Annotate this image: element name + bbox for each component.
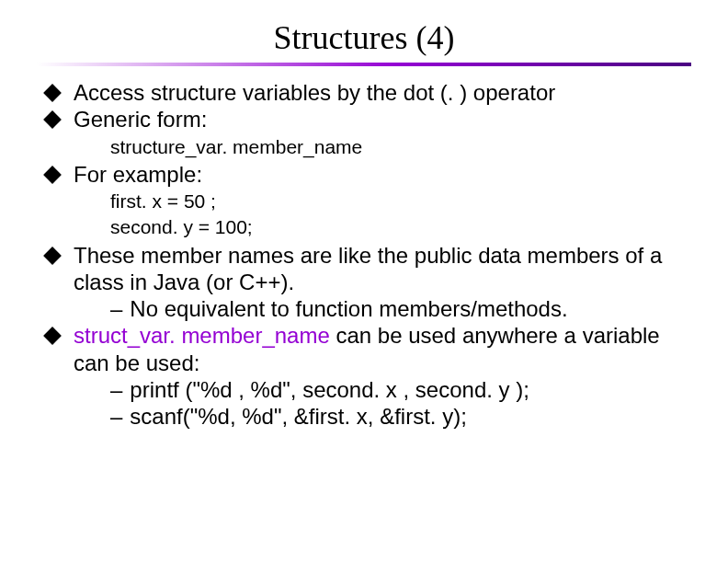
- diamond-bullet-icon: [43, 110, 62, 129]
- bullet-item: For example:: [46, 161, 691, 188]
- diamond-bullet-icon: [43, 84, 62, 102]
- title-underline: [37, 63, 691, 66]
- dash-item: – No equivalent to function members/meth…: [110, 295, 691, 322]
- bullet-item: Access structure variables by the dot (.…: [46, 79, 691, 106]
- dash-bullet-icon: –: [110, 376, 122, 403]
- sub-text: first. x = 50 ;: [110, 190, 691, 213]
- bullet-main-text: These member names are like the public d…: [74, 243, 662, 294]
- dash-text: No equivalent to function members/method…: [130, 295, 567, 322]
- code-text: struct_var. member_name: [74, 323, 330, 348]
- bullet-text: These member names are like the public d…: [74, 242, 691, 323]
- diamond-bullet-icon: [43, 166, 62, 184]
- dash-item: – printf ("%d , %d", second. x , second.…: [110, 376, 691, 403]
- sub-text: structure_var. member_name: [110, 135, 691, 159]
- dash-text: scanf("%d, %d", &first. x, &first. y);: [130, 403, 466, 430]
- content-area: Access structure variables by the dot (.…: [37, 79, 691, 430]
- dash-text: printf ("%d , %d", second. x , second. y…: [130, 376, 529, 403]
- bullet-item: Generic form:: [46, 106, 691, 132]
- slide: { "title": "Structures (4)", "bullets": …: [0, 0, 728, 563]
- bullet-item: struct_var. member_name can be used anyw…: [46, 322, 691, 430]
- sub-text: second. y = 100;: [110, 215, 691, 239]
- dash-item: – scanf("%d, %d", &first. x, &first. y);: [110, 403, 691, 430]
- bullet-text: For example:: [74, 161, 691, 188]
- dash-bullet-icon: –: [110, 403, 122, 430]
- diamond-bullet-icon: [43, 327, 62, 345]
- slide-title: Structures (4): [37, 18, 691, 57]
- dash-bullet-icon: –: [110, 295, 122, 322]
- diamond-bullet-icon: [43, 247, 62, 265]
- bullet-text: Access structure variables by the dot (.…: [74, 79, 691, 106]
- bullet-text: struct_var. member_name can be used anyw…: [74, 322, 691, 430]
- bullet-item: These member names are like the public d…: [46, 242, 691, 323]
- bullet-text: Generic form:: [74, 106, 691, 132]
